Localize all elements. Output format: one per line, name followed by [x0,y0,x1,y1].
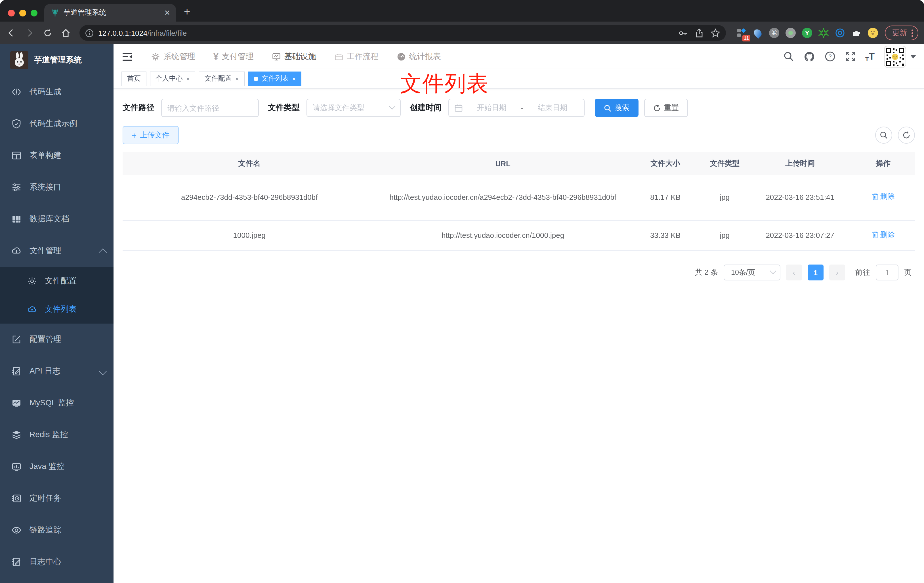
prev-page-button[interactable]: ‹ [786,264,802,281]
next-page-button[interactable]: › [829,264,845,281]
sidebar-item-api-log[interactable]: API 日志 [0,355,114,387]
extension-yudao-icon[interactable]: Y [802,28,812,38]
java-monitor-icon [12,461,21,472]
tag-file-list[interactable]: 文件列表× [248,71,302,86]
page-size-select[interactable]: 10条/页 [724,264,780,281]
file-path-input[interactable] [167,104,252,112]
sidebar-item-system-api[interactable]: 系统接口 [0,172,114,203]
extension-emoji-icon[interactable] [868,28,878,38]
yen-icon: ¥ [213,51,218,61]
reload-button[interactable] [40,25,56,41]
log-center-icon [12,557,21,567]
extension-command-icon[interactable]: ⌘ [769,28,779,38]
gear-icon [27,276,37,286]
extension-record-icon[interactable] [785,28,796,38]
fullscreen-icon[interactable] [845,51,856,62]
date-range-picker[interactable]: 开始日期 - 结束日期 [449,99,584,117]
pagination: 共 2 条 10条/页 ‹ 1 › 前往 1 页 [122,264,915,281]
cell-upload-time: 2022-03-16 23:51:41 [749,175,851,220]
page-content: 文件路径 文件类型 请选择文件类型 创建时间 开始日期 - 结束日期 [114,89,924,583]
file-path-input-wrap [161,99,259,117]
sidebar-item-log-center[interactable]: 日志中心 [0,546,114,578]
sidebar-fold-icon[interactable] [122,51,133,62]
create-time-label: 创建时间 [410,103,442,113]
browser-update-button[interactable]: 更新 [885,26,918,40]
mysql-monitor-icon [12,398,21,408]
trash-icon [871,231,878,238]
site-info-icon[interactable] [85,29,94,37]
extension-puzzle-icon[interactable] [851,28,861,38]
bookmark-star-icon[interactable] [711,28,720,38]
delete-button[interactable]: 删除 [871,228,895,241]
col-upload-time: 上传时间 [749,152,851,175]
sidebar-item-cron-job[interactable]: 定时任务 [0,482,114,514]
page-1-button[interactable]: 1 [808,264,823,281]
extension-grid-diamond-icon[interactable]: 11 [736,28,746,38]
forward-button[interactable] [21,25,38,41]
window-controls[interactable] [0,10,44,21]
upload-file-button[interactable]: + 上传文件 [122,126,179,144]
goto-page-input[interactable]: 1 [876,264,898,281]
sidebar-item-trace[interactable]: 链路追踪 [0,514,114,546]
back-button[interactable] [3,25,19,41]
password-key-icon[interactable] [678,28,688,38]
tag-close-icon[interactable]: × [186,75,190,82]
help-icon[interactable]: ? [824,51,835,62]
tab-close-icon[interactable]: ✕ [164,9,170,17]
reset-button[interactable]: 重置 [644,99,688,117]
extension-star-icon[interactable] [818,28,829,38]
red-annotation-text: 文件列表 [400,69,489,98]
delete-button[interactable]: 删除 [871,190,895,203]
search-icon[interactable] [783,51,794,62]
calendar-icon [455,104,462,112]
top-menu-system[interactable]: 系统管理 [144,44,202,69]
chevron-up-icon [99,249,107,257]
refresh-table-button[interactable] [898,127,915,144]
home-button[interactable] [58,25,74,41]
date-start[interactable]: 开始日期 [466,103,518,113]
toggle-search-button[interactable] [875,127,892,144]
sidebar-item-java-monitor[interactable]: Java 监控 [0,451,114,482]
tag-profile[interactable]: 个人中心× [150,71,196,86]
top-menu-workflow[interactable]: 工作流程 [327,44,385,69]
top-menu-infra[interactable]: 基础设施 [265,44,323,69]
sidebar-item-form-builder[interactable]: 表单构建 [0,140,114,172]
app-title: 芋道管理系统 [34,55,82,65]
user-avatar[interactable] [884,46,916,67]
top-menu-report[interactable]: 统计报表 [390,44,448,69]
extension-eye-icon[interactable] [835,28,845,38]
sidebar-item-code-generation[interactable]: 代码生成 [0,76,114,108]
github-icon[interactable] [804,51,815,62]
sidebar-item-config-management[interactable]: 配置管理 [0,324,114,355]
sidebar-item-mysql-monitor[interactable]: MySQL 监控 [0,387,114,419]
top-menu-pay[interactable]: ¥ 支付管理 [206,44,261,69]
sidebar-item-code-demo[interactable]: 代码生成示例 [0,108,114,140]
sidebar-item-file-list[interactable]: 文件列表 [0,295,114,324]
sidebar-item-db-doc[interactable]: 数据库文档 [0,203,114,235]
tag-close-icon[interactable]: × [292,75,296,82]
col-actions: 操作 [851,152,915,175]
sidebar-item-file-management[interactable]: 文件管理 [0,235,114,267]
close-window-button[interactable] [8,10,15,17]
tag-close-icon[interactable]: × [235,75,239,82]
total-count: 共 2 条 [695,268,718,277]
browser-tab[interactable]: 芋道管理系统 ✕ [44,4,176,21]
fontsize-icon[interactable]: TT [865,51,874,62]
app-logo[interactable]: 芋道管理系统 [0,44,114,76]
extension-balloon-icon[interactable] [752,28,763,38]
browser-menu-icon[interactable] [911,29,913,36]
sidebar-item-redis-monitor[interactable]: Redis 监控 [0,419,114,451]
edit-icon [12,334,21,345]
search-button[interactable]: 搜索 [595,99,639,117]
sidebar-item-file-config[interactable]: 文件配置 [0,267,114,295]
file-type-select[interactable]: 请选择文件类型 [307,99,401,117]
tag-file-config[interactable]: 文件配置× [199,71,244,86]
monitor-check-icon [272,52,281,61]
new-tab-button[interactable]: + [176,6,190,21]
tag-home[interactable]: 首页 [122,71,147,86]
date-end[interactable]: 结束日期 [527,103,578,113]
minimize-window-button[interactable] [19,10,26,17]
zoom-window-button[interactable] [31,10,38,17]
share-icon[interactable] [695,28,704,38]
address-bar[interactable]: 127.0.0.1:1024/infra/file/file [79,25,726,41]
